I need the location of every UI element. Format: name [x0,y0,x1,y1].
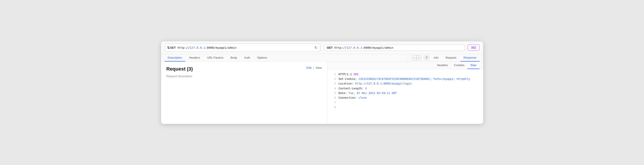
top-bar: ⇅ GET http://127.0.0.1:8080/myapp1/admin… [161,41,483,54]
response-url-display: http://127.0.0.1:8080/myapp1/admin [334,46,393,49]
line-num-5: 5 [331,91,336,95]
line-num-2: 2 [331,77,336,81]
line-content-8 [338,105,340,110]
clock-button[interactable]: ⏱ [424,55,430,60]
response-line-6: 6 Connection: close [331,95,480,100]
left-nav-tabs: Description Headers URL Params Body Auth… [165,54,408,62]
response-body: 1 HTTP/1.1 302 2 Set-Cookie: JSESSIONID=… [328,69,483,124]
tab-request[interactable]: Request [442,54,460,62]
tab-options[interactable]: Options [254,54,270,62]
response-subtabs: Headers Cookies Raw [328,62,483,69]
method-selector[interactable]: ⇅ GET [167,46,176,49]
tab-info[interactable]: Info [431,54,442,62]
request-url-bar-container: ⇅ GET http://127.0.0.1:8080/myapp1/admin… [165,44,320,52]
tab-description[interactable]: Description [165,54,185,62]
url-display: http://127.0.0.1:8080/myapp1/admin [178,46,312,49]
tab-headers[interactable]: Headers [186,54,203,62]
status-badge: 302 [468,44,479,51]
response-line-2: 2 Set-Cookie: JSESSIONID=79C878E6F555DCB… [331,76,480,81]
line-content-5: Date: Tue, 07 Nov 2023 03:59:11 GMT [338,91,397,95]
nav-arrow-group: ‹ › [412,55,421,60]
next-button[interactable]: › [416,55,421,60]
edit-view-actions: Edit | View [306,66,322,70]
response-line-3: 3 Location: http://127.0.0.1:8080/myapp1… [331,81,480,86]
right-nav: ‹ › ⏱ Info Request Response [408,54,480,62]
view-link[interactable]: View [316,66,322,70]
response-tab-group: Info Request Response [431,54,480,62]
response-url-bar: GET http://127.0.0.1:8080/myapp1/admin [324,44,465,51]
nav-tabs-row: Description Headers URL Params Body Auth… [161,54,483,62]
left-panel: Request (3) Edit | View Request Descript… [161,62,328,124]
line-content-2: Set-Cookie: JSESSIONID=79C878E6F555DCBDB… [338,76,470,81]
prev-button[interactable]: ‹ [412,55,416,60]
subtab-raw[interactable]: Raw [468,62,479,69]
line-num-3: 3 [331,82,336,86]
right-panel: Headers Cookies Raw 1 HTTP/1.1 302 2 Set [328,62,483,124]
response-line-7: 7 [331,100,480,105]
main-window: ⇅ GET http://127.0.0.1:8080/myapp1/admin… [161,41,483,124]
tab-url-params[interactable]: URL Params [204,54,226,62]
response-line-5: 5 Date: Tue, 07 Nov 2023 03:59:11 GMT [331,91,480,95]
sort-icon: ⇅ [167,46,170,49]
line-num-1: 1 [331,72,336,76]
refresh-button[interactable]: ↻ [314,45,318,50]
response-line-1: 1 HTTP/1.1 302 [331,72,480,76]
line-num-8: 8 [331,105,336,110]
tab-auth[interactable]: Auth [241,54,253,62]
response-method-label: GET [327,46,333,49]
line-num-6: 6 [331,96,336,100]
request-title: Request (3) [166,66,193,72]
separator: | [313,66,314,70]
response-line-8: 8 [331,105,480,110]
url-bar[interactable]: ⇅ GET http://127.0.0.1:8080/myapp1/admin… [165,44,320,52]
request-title-row: Request (3) Edit | View [166,66,322,73]
request-description: Request Description [166,74,322,78]
method-label: GET [170,46,176,49]
line-content-4: Content-Length: 0 [338,86,367,91]
response-line-4: 4 Content-Length: 0 [331,86,480,91]
line-content-1: HTTP/1.1 302 [338,72,358,76]
tab-response[interactable]: Response [460,54,480,62]
line-num-4: 4 [331,86,336,91]
line-content-6: Connection: close [338,95,367,100]
subtab-headers[interactable]: Headers [434,62,451,69]
response-url-bar-container: GET http://127.0.0.1:8080/myapp1/admin 3… [320,44,480,51]
main-content: Request (3) Edit | View Request Descript… [161,62,483,124]
tab-body[interactable]: Body [228,54,240,62]
subtab-cookies[interactable]: Cookies [451,62,468,69]
line-content-3: Location: http://127.0.0.1:8080/myapp1/l… [338,81,412,86]
line-content-7 [338,100,340,105]
edit-link[interactable]: Edit [306,66,312,70]
line-num-7: 7 [331,100,336,105]
